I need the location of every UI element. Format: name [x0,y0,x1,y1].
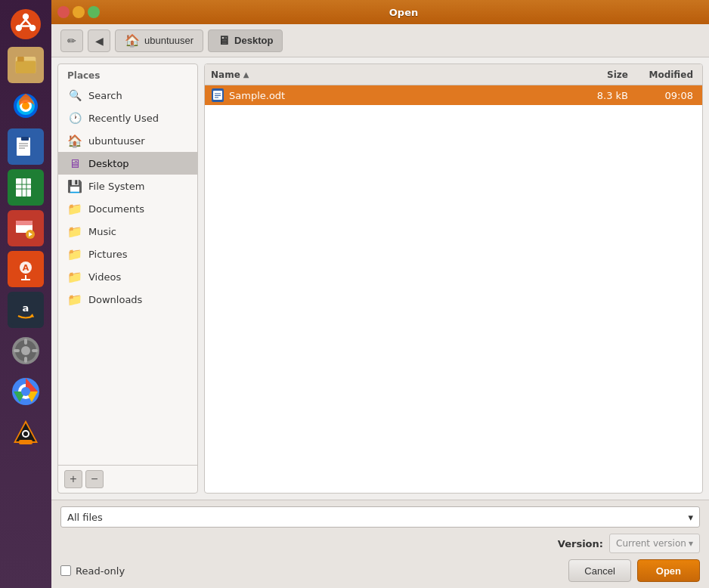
svg-point-45 [21,387,30,396]
file-name: Sample.odt [229,90,285,101]
filesystem-icon: 💾 [67,178,82,193]
pictures-icon: 📁 [67,246,82,262]
version-label: Version: [558,538,603,549]
svg-text:A: A [23,263,29,273]
svg-rect-48 [19,440,33,444]
taskbar-icon-chromium[interactable] [8,373,44,410]
search-icon: 🔍 [67,88,82,103]
taskbar-icon-impress[interactable] [8,210,44,246]
file-type-row: All files ▾ [60,506,700,528]
taskbar: A a [0,0,51,588]
svg-rect-18 [16,178,31,197]
sort-arrow-asc: ▲ [243,70,249,79]
table-row[interactable]: Sample.odt 8.3 kB 09:08 [205,85,702,105]
version-row: Version: Current version ▾ [60,534,700,553]
sidebar-item-videos[interactable]: 📁 Videos [58,265,197,288]
sidebar-item-label-filesystem: File System [88,181,144,192]
svg-rect-42 [32,349,38,352]
sidebar-item-desktop[interactable]: 🖥 Desktop [58,152,197,175]
desktop-folder-icon: 🖥 [218,34,230,48]
home-folder-icon: 🏠 [67,133,82,148]
file-panel: Name ▲ Size Modified [204,63,703,494]
toolbar: ✏ ◀ 🏠 ubuntuuser 🖥 Desktop [51,24,709,57]
documents-icon: 📁 [67,201,82,216]
sidebar-item-downloads[interactable]: 📁 Downloads [58,288,197,311]
taskbar-icon-ubuntu[interactable] [8,6,44,42]
column-modified[interactable]: Modified [634,70,702,80]
column-size[interactable]: Size [574,70,634,80]
remove-bookmark-button[interactable]: − [85,470,104,488]
taskbar-icon-vlc[interactable] [8,414,44,450]
breadcrumb-desktop[interactable]: 🖥 Desktop [208,29,283,52]
sidebar-item-music[interactable]: 📁 Music [58,220,197,243]
version-dropdown-arrow: ▾ [689,538,693,549]
column-name[interactable]: Name ▲ [205,70,574,80]
version-select[interactable]: Current version ▾ [609,534,700,553]
taskbar-icon-writer[interactable] [8,128,44,165]
cancel-button[interactable]: Cancel [568,559,630,582]
music-icon: 📁 [67,224,82,239]
edit-icon: ✏ [67,35,76,47]
sidebar-item-label-music: Music [88,226,116,237]
sidebar-item-label-search: Search [88,90,122,101]
svg-point-1 [23,14,29,20]
taskbar-icon-files[interactable] [8,47,44,83]
videos-icon: 📁 [67,269,82,284]
dialog-open: Open ✏ ◀ 🏠 ubuntuuser 🖥 Desktop Places 🔍… [51,0,709,588]
window-title: Open [104,7,703,18]
recently-used-icon: 🕐 [67,110,82,125]
back-icon: ◀ [95,35,104,47]
buttons-row: Read-only Cancel Open [60,559,700,582]
sidebar-item-filesystem[interactable]: 💾 File System [58,175,197,197]
window-controls [57,6,100,18]
svg-rect-41 [14,349,20,352]
svg-rect-6 [17,57,24,62]
file-cell-size: 8.3 kB [574,90,634,101]
maximize-button[interactable] [88,6,100,18]
sidebar-item-recently-used[interactable]: 🕐 Recently Used [58,107,197,129]
sidebar-item-label-desktop: Desktop [88,158,129,169]
sidebar-item-pictures[interactable]: 📁 Pictures [58,243,197,265]
sidebar-item-ubuntuuser[interactable]: 🏠 ubuntuuser [58,129,197,152]
edit-filename-button[interactable]: ✏ [60,29,83,52]
svg-point-38 [21,346,30,355]
sidebar-item-label-downloads: Downloads [88,294,142,305]
taskbar-icon-settings[interactable] [8,333,44,369]
breadcrumb-ubuntuuser[interactable]: 🏠 ubuntuuser [115,29,203,52]
file-list-header: Name ▲ Size Modified [205,64,702,85]
taskbar-icon-firefox[interactable] [8,88,44,124]
readonly-checkbox[interactable] [60,565,71,576]
taskbar-icon-appstore[interactable]: A [8,251,44,287]
sidebar-item-documents[interactable]: 📁 Documents [58,197,197,220]
svg-rect-25 [16,221,33,225]
svg-point-50 [23,432,28,436]
readonly-area: Read-only [60,565,125,577]
svg-rect-13 [21,137,29,141]
sidebar-item-label-pictures: Pictures [88,249,127,260]
downloads-icon: 📁 [67,292,82,307]
open-button[interactable]: Open [637,559,700,582]
dialog-buttons: Cancel Open [568,559,700,582]
sidebar-item-label-documents: Documents [88,203,144,215]
svg-rect-39 [24,339,27,345]
title-bar: Open [51,0,709,24]
taskbar-icon-calc[interactable] [8,169,44,206]
add-bookmark-button[interactable]: + [64,470,82,488]
dropdown-arrow-icon: ▾ [688,512,693,523]
back-button[interactable]: ◀ [88,29,110,52]
sidebar-item-label-videos: Videos [88,271,121,283]
file-cell-modified: 09:08 [634,90,702,101]
file-list: Sample.odt 8.3 kB 09:08 [205,85,702,493]
sidebar-item-label-ubuntuuser: ubuntuuser [88,135,145,147]
sidebar-footer: + − [58,465,197,493]
taskbar-icon-amazon[interactable]: a [8,292,44,328]
file-cell-name: Sample.odt [205,88,574,102]
readonly-label: Read-only [76,565,125,577]
file-type-select[interactable]: All files ▾ [60,506,700,528]
main-content: Places 🔍 Search 🕐 Recently Used 🏠 ubuntu… [51,57,709,500]
svg-rect-40 [24,357,27,363]
version-area: Version: Current version ▾ [558,534,700,553]
minimize-button[interactable] [73,6,85,18]
sidebar-item-search[interactable]: 🔍 Search [58,84,197,107]
close-button[interactable] [57,6,70,18]
